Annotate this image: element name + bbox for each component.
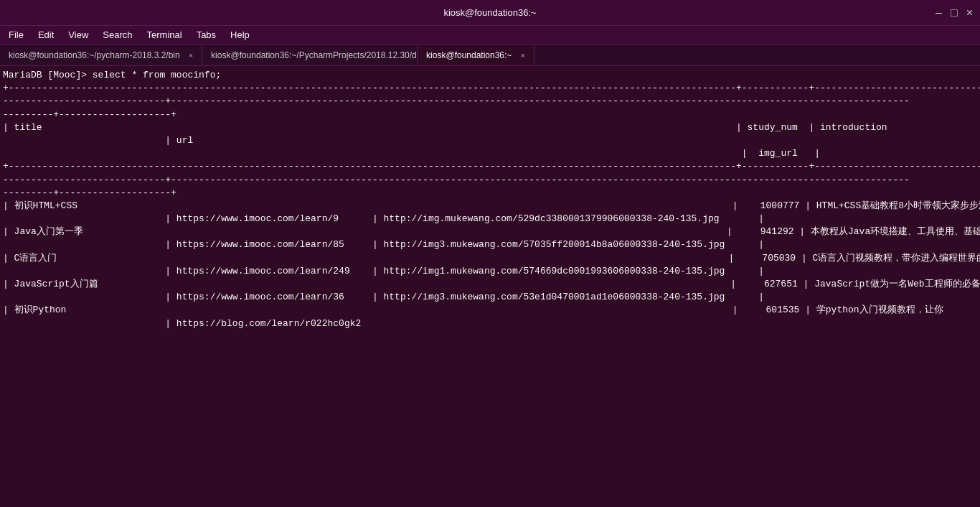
menu-edit[interactable]: Edit [32, 28, 60, 42]
menu-terminal[interactable]: Terminal [141, 28, 188, 42]
menu-bar: File Edit View Search Terminal Tabs Help [0, 26, 980, 45]
menu-view[interactable]: View [62, 28, 94, 42]
tab-1-label: kiosk@foundation36:~/pycharm-2018.3.2/bi… [9, 50, 180, 60]
tab-1-close[interactable]: × [189, 51, 193, 60]
tab-1[interactable]: kiosk@foundation36:~/pycharm-2018.3.2/bi… [0, 45, 202, 65]
title-bar: kiosk@foundation36:~ – □ × [0, 0, 980, 26]
maximize-button[interactable]: □ [951, 6, 958, 19]
tab-3-close[interactable]: × [520, 51, 524, 60]
window-title: kiosk@foundation36:~ [443, 7, 536, 18]
menu-help[interactable]: Help [225, 28, 255, 42]
minimize-button[interactable]: – [936, 6, 942, 19]
tab-3[interactable]: kiosk@foundation36:~ × [418, 45, 534, 65]
tab-2[interactable]: kiosk@foundation36:~/PycharmProjects/201… [202, 45, 418, 65]
tab-2-label: kiosk@foundation36:~/PycharmProjects/201… [211, 50, 418, 60]
menu-search[interactable]: Search [97, 28, 138, 42]
menu-tabs[interactable]: Tabs [191, 28, 222, 42]
tab-3-label: kiosk@foundation36:~ [426, 50, 512, 60]
menu-file[interactable]: File [3, 28, 29, 42]
close-button[interactable]: × [966, 6, 973, 19]
terminal-content[interactable]: MariaDB [Mooc]> select * from moocinfo; … [0, 66, 980, 507]
tab-bar: kiosk@foundation36:~/pycharm-2018.3.2/bi… [0, 45, 980, 66]
window-controls: – □ × [936, 0, 973, 26]
